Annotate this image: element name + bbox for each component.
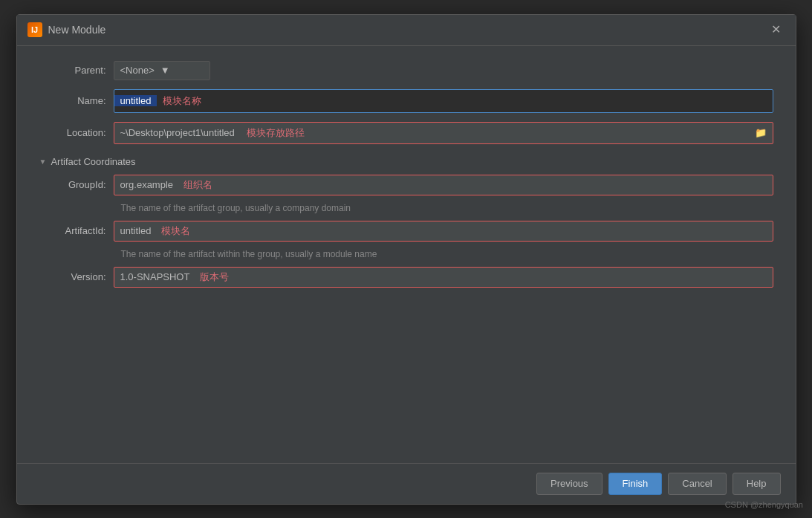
previous-button[interactable]: Previous (536, 473, 602, 495)
artifact-section: ▼ Artifact Coordinates GroupId: org.exam… (39, 156, 773, 288)
artifactid-value[interactable]: untitled (114, 225, 157, 236)
artifactid-row: ArtifactId: untitled 模块名 (47, 221, 773, 242)
artifactid-hint: 模块名 (157, 224, 195, 238)
close-button[interactable]: ✕ (767, 22, 785, 37)
groupid-hint: 组织名 (179, 178, 217, 192)
parent-label: Parent: (39, 65, 106, 76)
groupid-input-wrapper: org.example 组织名 (114, 175, 773, 195)
name-label: Name: (39, 95, 106, 106)
artifactid-helper: The name of the artifact within the grou… (121, 249, 773, 259)
finish-button[interactable]: Finish (608, 473, 663, 495)
dialog-title: New Module (48, 24, 106, 36)
help-button[interactable]: Help (733, 473, 781, 495)
new-module-dialog: IJ New Module ✕ Parent: <None> ▼ Name: u… (16, 14, 796, 505)
name-row: Name: untitled 模块名称 (39, 89, 773, 113)
parent-value: <None> (120, 65, 155, 76)
location-hint: 模块存放路径 (241, 126, 311, 140)
groupid-label: GroupId: (47, 179, 106, 190)
location-label: Location: (39, 127, 106, 138)
folder-icon[interactable]: 📁 (755, 127, 767, 138)
groupid-row: GroupId: org.example 组织名 (47, 175, 773, 195)
version-value[interactable]: 1.0-SNAPSHOT (114, 271, 196, 282)
cancel-button[interactable]: Cancel (668, 473, 726, 495)
title-left: IJ New Module (27, 22, 106, 37)
name-value[interactable]: untitled (114, 95, 157, 106)
version-input-wrapper: 1.0-SNAPSHOT 版本号 (114, 267, 773, 288)
groupid-value[interactable]: org.example (114, 179, 180, 190)
name-hint: 模块名称 (157, 94, 207, 108)
watermark: CSDN @zhengyquan (725, 500, 803, 509)
parent-row: Parent: <None> ▼ (39, 61, 773, 80)
version-hint: 版本号 (195, 271, 233, 284)
dropdown-arrow-icon: ▼ (160, 65, 170, 76)
collapse-icon[interactable]: ▼ (39, 158, 47, 166)
version-row: Version: 1.0-SNAPSHOT 版本号 (47, 267, 773, 288)
location-value[interactable]: ~\Desktop\project1\untitled (114, 127, 241, 138)
app-icon: IJ (27, 22, 42, 37)
location-row: Location: ~\Desktop\project1\untitled 模块… (39, 122, 773, 144)
name-input-wrapper: untitled 模块名称 (114, 89, 773, 113)
artifact-section-title: Artifact Coordinates (51, 156, 135, 167)
location-input-wrapper: ~\Desktop\project1\untitled 模块存放路径 📁 (114, 122, 773, 144)
groupid-helper: The name of the artifact group, usually … (121, 203, 773, 213)
artifact-header: ▼ Artifact Coordinates (39, 156, 773, 167)
dialog-titlebar: IJ New Module ✕ (17, 15, 796, 46)
parent-dropdown[interactable]: <None> ▼ (114, 61, 210, 80)
artifact-fields: GroupId: org.example 组织名 The name of the… (39, 175, 773, 288)
artifactid-label: ArtifactId: (47, 225, 106, 236)
dialog-footer: Previous Finish Cancel Help (17, 463, 796, 504)
artifactid-input-wrapper: untitled 模块名 (114, 221, 773, 242)
dialog-content: Parent: <None> ▼ Name: untitled 模块名称 Loc… (17, 46, 796, 463)
version-label: Version: (47, 271, 106, 282)
